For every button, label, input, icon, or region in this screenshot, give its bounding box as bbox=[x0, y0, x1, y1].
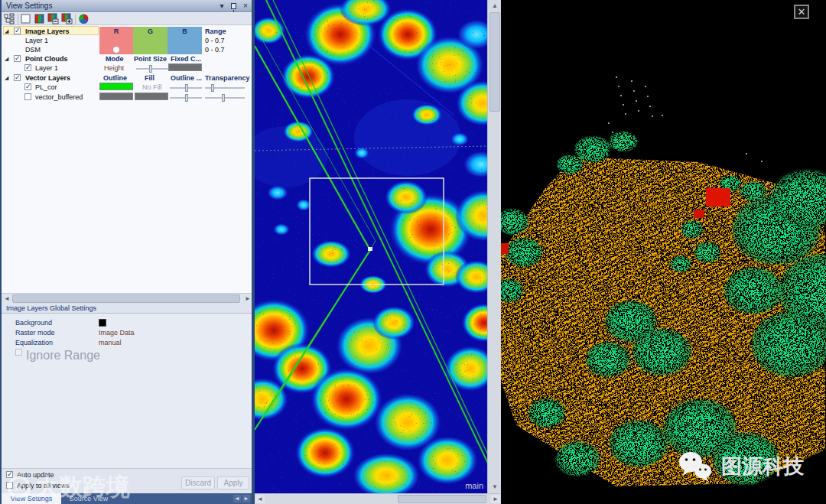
point-size-slider[interactable] bbox=[136, 68, 173, 70]
auto-update-label: Auto update bbox=[17, 471, 54, 479]
rgb-band-add-icon[interactable] bbox=[61, 13, 73, 25]
vector-buffered-checkbox[interactable] bbox=[24, 93, 31, 100]
close-icon[interactable]: × bbox=[241, 2, 250, 11]
vector-buffered-outline-swatch[interactable] bbox=[99, 93, 133, 100]
image-layer-icon[interactable] bbox=[20, 13, 32, 25]
equalization-value[interactable]: manual bbox=[99, 339, 122, 346]
pl-cor-fill-value[interactable]: No Fill bbox=[142, 83, 162, 91]
dsm-heatmap-raster bbox=[255, 0, 487, 493]
color-sphere-icon[interactable] bbox=[78, 13, 90, 25]
ignore-range-label: Ignore Range bbox=[26, 349, 100, 363]
panel-title: View Settings bbox=[6, 2, 52, 10]
collapse-arrow-icon[interactable]: ▾ bbox=[217, 2, 226, 11]
vector-buffered-outline-width-slider[interactable] bbox=[170, 97, 202, 99]
column-header-transparency: Transparency bbox=[205, 74, 250, 82]
pointcloud-render bbox=[501, 0, 826, 504]
column-header-range: Range bbox=[205, 28, 226, 35]
tree-item-image-layers[interactable]: Image Layers bbox=[25, 28, 70, 35]
pc-layer1-checkbox[interactable] bbox=[24, 64, 31, 71]
point-clouds-checkbox[interactable] bbox=[14, 55, 21, 62]
pin-icon[interactable] bbox=[231, 3, 236, 9]
pc-mode-value[interactable]: Height bbox=[104, 64, 124, 72]
scrollbar-thumb[interactable] bbox=[12, 294, 240, 303]
tab-scroll-left-icon[interactable]: ◄ bbox=[233, 495, 241, 502]
pl-cor-transparency-slider[interactable] bbox=[205, 87, 245, 89]
column-header-fixed-color: Fixed C... bbox=[171, 55, 201, 63]
panel-toolbar bbox=[2, 13, 253, 25]
tab-scroll-right-icon[interactable]: ► bbox=[242, 495, 250, 502]
viewport-3d-pointcloud[interactable]: ✕ bbox=[501, 0, 826, 504]
pl-cor-outline-swatch[interactable] bbox=[99, 83, 133, 90]
tree-item-pl-cor[interactable]: PL_cor bbox=[35, 83, 57, 91]
tree-item-layer1-pc[interactable]: Layer 1 bbox=[35, 64, 58, 72]
layer-tree: ◢ Image Layers R G B Range Layer 1 0 - 0… bbox=[2, 25, 253, 293]
discard-button[interactable]: Discard bbox=[181, 476, 215, 489]
column-header-b: B bbox=[167, 27, 202, 36]
dsm-red-channel-dot[interactable] bbox=[113, 47, 119, 53]
scroll-right-icon[interactable]: ► bbox=[491, 495, 500, 503]
scroll-left-icon[interactable]: ◄ bbox=[255, 495, 265, 503]
raster-mode-value[interactable]: Image Data bbox=[99, 329, 135, 337]
tab-source-view[interactable]: Source View bbox=[61, 493, 116, 504]
view-settings-panel: View Settings ▾ × bbox=[0, 0, 252, 504]
scroll-up-icon[interactable]: ▲ bbox=[489, 1, 501, 11]
background-label: Background bbox=[15, 319, 52, 327]
column-header-mode: Mode bbox=[106, 55, 124, 63]
tree-item-layer1-image[interactable]: Layer 1 bbox=[25, 37, 48, 44]
viewport-vertical-scrollbar[interactable]: ▲ ▼ bbox=[487, 0, 501, 493]
scrollbar-thumb[interactable] bbox=[489, 12, 500, 112]
pl-cor-outline-width-slider[interactable] bbox=[170, 87, 202, 89]
vector-buffered-transparency-slider[interactable] bbox=[205, 97, 245, 99]
fixed-color-swatch[interactable] bbox=[168, 63, 202, 71]
equalization-label: Equalization bbox=[15, 339, 53, 346]
vector-layers-checkbox[interactable] bbox=[14, 74, 21, 81]
tree-item-vector-buffered[interactable]: vector_buffered bbox=[35, 93, 83, 101]
tree-item-vector-layers[interactable]: Vector Layers bbox=[25, 74, 70, 82]
column-header-outline: Outline bbox=[103, 74, 127, 82]
tab-view-settings[interactable]: View Settings bbox=[2, 493, 61, 504]
application-window: View Settings ▾ × bbox=[0, 0, 826, 504]
viewport-2d-dsm[interactable]: main bbox=[255, 0, 487, 493]
column-header-fill: Fill bbox=[145, 74, 154, 82]
close-view-icon[interactable]: ✕ bbox=[794, 5, 809, 19]
rgb-bands-icon[interactable] bbox=[34, 13, 46, 25]
panel-footer: Auto update Apply to all views Discard A… bbox=[2, 468, 253, 493]
column-header-outline2: Outline ... bbox=[171, 74, 202, 82]
green-channel-band[interactable]: G bbox=[133, 27, 167, 54]
column-header-point-size: Point Size bbox=[134, 55, 167, 63]
apply-all-views-label: Apply to all views bbox=[17, 482, 70, 489]
panel-tabbar: View Settings Source View ◄ ► bbox=[2, 493, 253, 504]
vertex-marker bbox=[368, 247, 372, 251]
scroll-down-icon[interactable]: ▼ bbox=[489, 482, 501, 492]
column-header-r: R bbox=[99, 27, 133, 36]
expand-arrow-icon[interactable]: ◢ bbox=[5, 75, 8, 81]
column-header-g: G bbox=[133, 27, 167, 36]
apply-all-views-checkbox[interactable] bbox=[6, 482, 13, 489]
global-settings-header: Image Layers Global Settings bbox=[2, 303, 253, 314]
viewport-horizontal-scrollbar[interactable]: ◄ ► bbox=[255, 493, 501, 504]
apply-button[interactable]: Apply bbox=[217, 476, 249, 489]
background-color-swatch[interactable] bbox=[99, 319, 106, 327]
rgb-band-remove-icon[interactable] bbox=[47, 13, 60, 25]
dsm-range-value[interactable]: 0 - 0.7 bbox=[205, 46, 225, 54]
pl-cor-checkbox[interactable] bbox=[24, 83, 31, 90]
layer-tree-icon[interactable] bbox=[4, 13, 16, 25]
scrollbar-thumb[interactable] bbox=[398, 495, 486, 503]
expand-arrow-icon[interactable]: ◢ bbox=[5, 28, 8, 34]
tree-item-dsm[interactable]: DSM bbox=[25, 46, 41, 54]
image-layers-global-settings: Image Layers Global Settings Background … bbox=[2, 303, 253, 468]
layer1-range-value[interactable]: 0 - 0.7 bbox=[205, 37, 225, 44]
panel-horizontal-scrollbar[interactable]: ◄ ► bbox=[2, 293, 253, 303]
image-layers-checkbox[interactable] bbox=[14, 28, 21, 34]
view-name-label: main bbox=[465, 481, 483, 490]
ignore-range-checkbox[interactable] bbox=[15, 349, 22, 356]
vector-buffered-fill-swatch[interactable] bbox=[135, 93, 168, 100]
tree-item-point-clouds[interactable]: Point Clouds bbox=[25, 55, 68, 63]
scroll-left-icon[interactable]: ◄ bbox=[2, 294, 11, 303]
panel-titlebar[interactable]: View Settings ▾ × bbox=[2, 0, 253, 12]
blue-channel-band[interactable]: B bbox=[167, 27, 202, 54]
expand-arrow-icon[interactable]: ◢ bbox=[5, 56, 8, 62]
auto-update-checkbox[interactable] bbox=[6, 471, 13, 478]
raster-mode-label: Raster mode bbox=[15, 329, 55, 337]
